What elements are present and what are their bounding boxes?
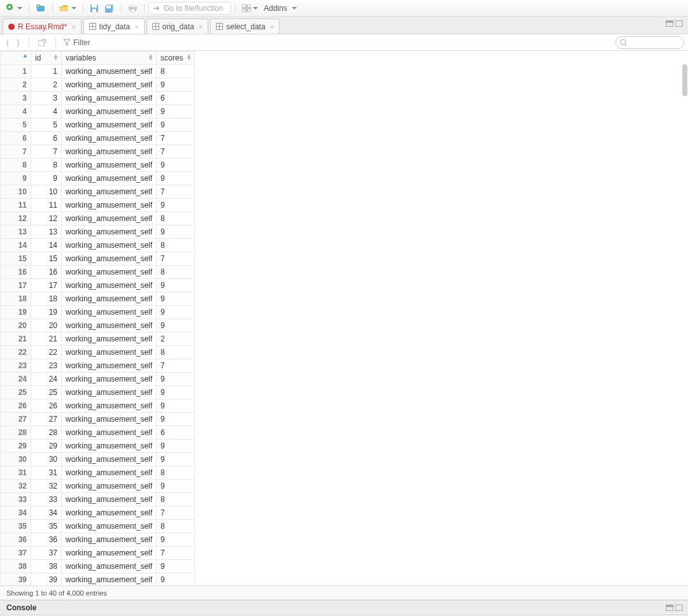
table-row[interactable]: 3737working_amusement_self7	[1, 547, 195, 560]
table-row[interactable]: 3333working_amusement_self8	[1, 493, 195, 506]
data-viewer: ▲ id▲▼ variables▲▼ scores▲▼ 11working_am…	[0, 51, 688, 586]
column-header-scores[interactable]: scores▲▼	[157, 52, 195, 65]
cell-id: 24	[31, 373, 62, 386]
cell-variables: working_amusement_self	[62, 346, 157, 359]
nav-forward-button[interactable]: ⟩	[15, 38, 22, 48]
cell-variables: working_amusement_self	[62, 118, 157, 132]
table-row[interactable]: 1515working_amusement_self7	[1, 252, 195, 266]
cell-scores: 8	[157, 239, 195, 252]
close-icon[interactable]: ×	[270, 23, 274, 31]
tab-tidy-data[interactable]: tidy_data×	[83, 18, 145, 34]
table-row[interactable]: 3232working_amusement_self9	[1, 480, 195, 493]
save-all-button[interactable]	[102, 3, 117, 14]
cell-id: 7	[31, 145, 62, 159]
grid-button[interactable]	[240, 3, 261, 13]
maximize-pane-icon[interactable]	[675, 20, 683, 27]
new-file-button[interactable]	[4, 3, 25, 14]
cell-id: 34	[31, 506, 62, 520]
console-panel-header[interactable]: Console	[0, 600, 688, 615]
table-row[interactable]: 3131working_amusement_self8	[1, 466, 195, 480]
table-icon	[216, 23, 223, 30]
open-file-button[interactable]	[57, 3, 79, 13]
svg-rect-18	[242, 9, 246, 12]
tab-select-data[interactable]: select_data×	[210, 18, 280, 34]
cell-scores: 8	[157, 65, 195, 78]
close-icon[interactable]: ×	[71, 23, 75, 31]
cell-rownum: 37	[1, 547, 31, 560]
close-icon[interactable]: ×	[199, 23, 203, 31]
table-row[interactable]: 1818working_amusement_self9	[1, 292, 195, 306]
close-icon[interactable]: ×	[134, 23, 138, 31]
console-minimize-icon[interactable]	[666, 605, 673, 611]
table-row[interactable]: 2626working_amusement_self9	[1, 399, 195, 413]
column-header-rownum[interactable]: ▲	[1, 52, 31, 65]
cell-variables: working_amusement_self	[62, 159, 157, 172]
cell-scores: 9	[157, 453, 195, 466]
table-row[interactable]: 2121working_amusement_self2	[1, 333, 195, 346]
table-row[interactable]: 2929working_amusement_self9	[1, 440, 195, 453]
cell-scores: 7	[157, 359, 195, 373]
col-label: scores	[161, 54, 183, 62]
table-row[interactable]: 2727working_amusement_self9	[1, 413, 195, 426]
table-row[interactable]: 2424working_amusement_self9	[1, 373, 195, 386]
table-row[interactable]: 22working_amusement_self9	[1, 78, 195, 92]
save-button[interactable]	[87, 3, 101, 14]
table-row[interactable]: 1313working_amusement_self9	[1, 226, 195, 239]
search-input[interactable]	[615, 36, 684, 49]
table-row[interactable]: 3535working_amusement_self8	[1, 520, 195, 533]
table-row[interactable]: 1616working_amusement_self8	[1, 266, 195, 279]
goto-arrow-icon	[153, 5, 161, 11]
print-icon	[128, 4, 138, 12]
table-row[interactable]: 3636working_amusement_self9	[1, 533, 195, 547]
addins-menu[interactable]: Addins	[264, 4, 297, 13]
table-row[interactable]: 1919working_amusement_self9	[1, 306, 195, 319]
cell-scores: 7	[157, 145, 195, 159]
cell-variables: working_amusement_self	[62, 373, 157, 386]
table-row[interactable]: 44working_amusement_self9	[1, 105, 195, 118]
scrollbar-thumb[interactable]	[682, 64, 687, 96]
table-row[interactable]: 3939working_amusement_self9	[1, 573, 195, 587]
table-row[interactable]: 1212working_amusement_self8	[1, 212, 195, 226]
table-row[interactable]: 1717working_amusement_self9	[1, 279, 195, 292]
table-row[interactable]: 1414working_amusement_self8	[1, 239, 195, 252]
table-row[interactable]: 77working_amusement_self7	[1, 145, 195, 159]
svg-rect-17	[247, 4, 251, 8]
minimize-pane-icon[interactable]	[666, 20, 673, 27]
table-row[interactable]: 66working_amusement_self7	[1, 132, 195, 145]
cell-rownum: 12	[1, 212, 31, 226]
table-row[interactable]: 2323working_amusement_self7	[1, 359, 195, 373]
table-row[interactable]: 2222working_amusement_self8	[1, 346, 195, 359]
svg-rect-15	[131, 9, 135, 12]
new-project-button[interactable]	[33, 3, 48, 14]
table-row[interactable]: 11working_amusement_self8	[1, 65, 195, 78]
tab-orig-data[interactable]: orig_data×	[147, 18, 208, 34]
table-row[interactable]: 2525working_amusement_self9	[1, 386, 195, 399]
cell-rownum: 19	[1, 306, 31, 319]
column-header-id[interactable]: id▲▼	[31, 52, 62, 65]
cell-scores: 9	[157, 386, 195, 399]
column-header-variables[interactable]: variables▲▼	[62, 52, 157, 65]
console-maximize-icon[interactable]	[675, 605, 683, 611]
table-row[interactable]: 55working_amusement_self9	[1, 118, 195, 132]
show-in-window-button[interactable]	[36, 39, 48, 47]
tab-r-essay-rmd-[interactable]: R Essay.Rmd*×	[3, 18, 82, 34]
print-button[interactable]	[125, 3, 140, 13]
table-row[interactable]: 3838working_amusement_self9	[1, 560, 195, 573]
table-row[interactable]: 88working_amusement_self9	[1, 159, 195, 172]
goto-file-input[interactable]: Go to file/function	[148, 2, 231, 15]
cell-rownum: 7	[1, 145, 31, 159]
table-row[interactable]: 33working_amusement_self6	[1, 92, 195, 105]
table-row[interactable]: 2020working_amusement_self9	[1, 319, 195, 333]
separator	[52, 3, 53, 13]
nav-back-button[interactable]: ⟨	[4, 38, 11, 48]
table-row[interactable]: 1111working_amusement_self9	[1, 199, 195, 212]
cell-id: 3	[31, 92, 62, 105]
table-row[interactable]: 3030working_amusement_self9	[1, 453, 195, 466]
table-row[interactable]: 2828working_amusement_self6	[1, 426, 195, 440]
table-row[interactable]: 1010working_amusement_self7	[1, 185, 195, 199]
vertical-scrollbar[interactable]	[682, 64, 688, 585]
save-icon	[90, 4, 99, 13]
table-row[interactable]: 3434working_amusement_self7	[1, 506, 195, 520]
table-row[interactable]: 99working_amusement_self9	[1, 172, 195, 185]
filter-button[interactable]: Filter	[63, 38, 90, 47]
